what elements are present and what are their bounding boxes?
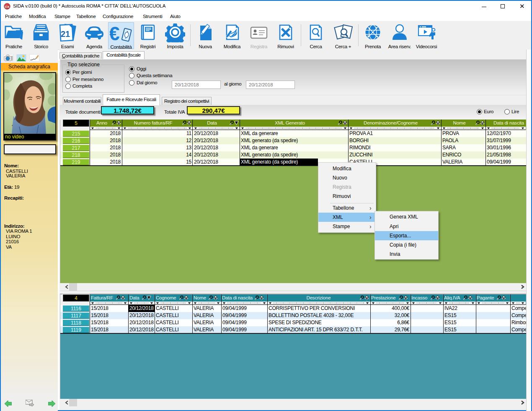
svg-text:€: € [110,23,120,43]
svg-text:21: 21 [61,29,70,39]
